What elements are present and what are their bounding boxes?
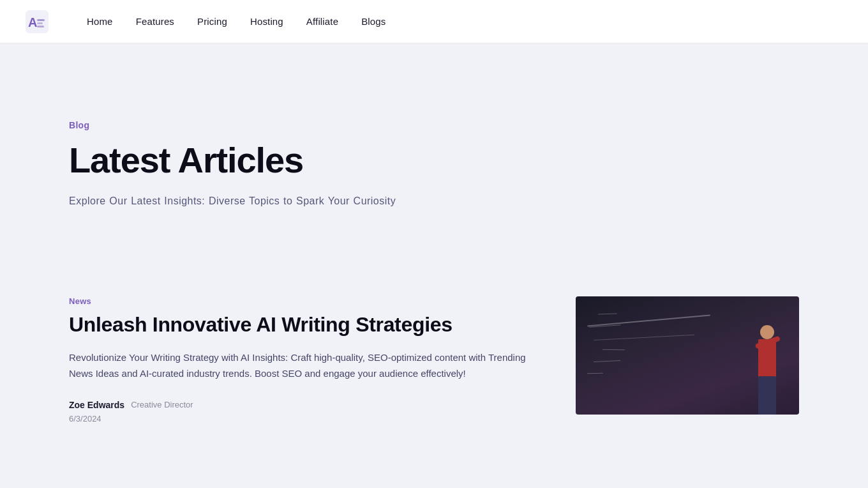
article-date: 6/3/2024 xyxy=(69,414,550,423)
nav-item-hosting[interactable]: Hosting xyxy=(250,16,283,27)
svg-text:A: A xyxy=(28,15,37,29)
nav-link-affiliate[interactable]: Affiliate xyxy=(306,16,338,27)
svg-rect-4 xyxy=(37,26,44,27)
article-title: Unleash Innovative AI Writing Strategies xyxy=(69,312,550,337)
nav-link-hosting[interactable]: Hosting xyxy=(250,16,283,27)
articles-section: News Unleash Innovative AI Writing Strat… xyxy=(69,258,799,449)
nav-item-blogs[interactable]: Blogs xyxy=(361,16,385,27)
main-content: Blog Latest Articles Explore Our Latest … xyxy=(0,43,868,449)
figure xyxy=(748,325,786,415)
nav-links: Home Features Pricing Hosting Affiliate … xyxy=(87,16,385,27)
nav-link-blogs[interactable]: Blogs xyxy=(361,16,385,27)
article-meta: Zoe Edwards Creative Director 6/3/2024 xyxy=(69,400,550,423)
svg-rect-2 xyxy=(37,19,45,21)
main-navigation: A Home Features Pricing Hosting Affiliat… xyxy=(0,0,868,43)
hero-section: Blog Latest Articles Explore Our Latest … xyxy=(69,43,799,258)
article-content: News Unleash Innovative AI Writing Strat… xyxy=(69,296,550,423)
nav-item-home[interactable]: Home xyxy=(87,16,113,27)
author-name: Zoe Edwards xyxy=(69,400,124,410)
nav-link-pricing[interactable]: Pricing xyxy=(197,16,227,27)
hero-subtitle: Explore Our Latest Insights: Diverse Top… xyxy=(69,195,799,207)
article-tag: News xyxy=(69,296,550,306)
article-description: Revolutionize Your Writing Strategy with… xyxy=(69,349,550,382)
svg-rect-3 xyxy=(37,22,43,24)
article-image xyxy=(576,296,799,415)
nav-link-home[interactable]: Home xyxy=(87,16,113,27)
hero-title: Latest Articles xyxy=(69,141,799,180)
article-author: Zoe Edwards Creative Director xyxy=(69,400,550,410)
author-role: Creative Director xyxy=(131,400,193,409)
chalkboard-scene xyxy=(576,296,799,415)
logo[interactable]: A xyxy=(26,10,49,33)
nav-link-features[interactable]: Features xyxy=(136,16,174,27)
nav-item-features[interactable]: Features xyxy=(136,16,174,27)
hero-tag: Blog xyxy=(69,120,799,130)
nav-item-affiliate[interactable]: Affiliate xyxy=(306,16,338,27)
nav-item-pricing[interactable]: Pricing xyxy=(197,16,227,27)
article-card: News Unleash Innovative AI Writing Strat… xyxy=(69,296,799,423)
